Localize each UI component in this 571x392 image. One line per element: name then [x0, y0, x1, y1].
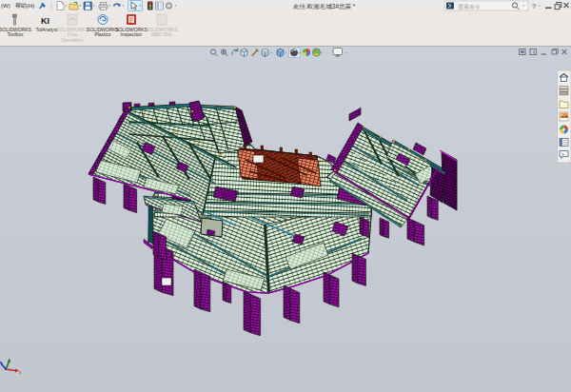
- svg-text:Simulation: Simulation: [61, 37, 84, 43]
- svg-text:Plastics: Plastics: [94, 31, 111, 37]
- svg-text:KI: KI: [41, 16, 49, 26]
- svg-text:MBD SNL: MBD SNL: [151, 31, 172, 37]
- svg-text:帮助(H): 帮助(H): [15, 2, 34, 9]
- svg-text:友佳.欧湘名城3#总装 *: 友佳.欧湘名城3#总装 *: [293, 3, 356, 10]
- svg-text:(W): (W): [1, 3, 10, 9]
- svg-text:Toolbox: Toolbox: [7, 31, 24, 37]
- svg-text:?: ?: [532, 2, 536, 10]
- svg-text:Inspection: Inspection: [121, 31, 143, 37]
- svg-text:搜索命令: 搜索命令: [458, 3, 481, 10]
- svg-text:TolAnalyst: TolAnalyst: [36, 27, 58, 32]
